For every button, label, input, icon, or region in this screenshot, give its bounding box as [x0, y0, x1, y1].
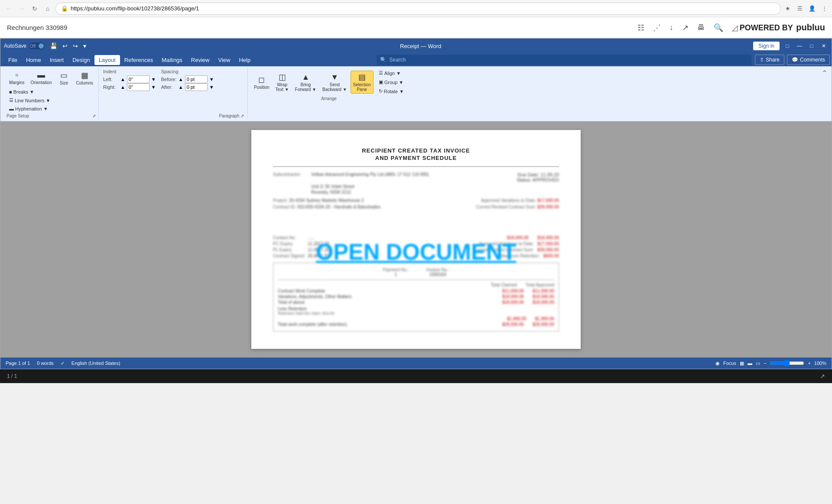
word-menubar: File Home Insert Design Layout Reference… — [2, 53, 373, 66]
restore-icon[interactable]: □ — [783, 42, 792, 50]
menu-view[interactable]: View — [214, 55, 234, 65]
word-page: RECIPIENT CREATED TAX INVOICE AND PAYMEN… — [251, 130, 581, 349]
paragraph-expand[interactable]: ⇗ — [240, 114, 244, 118]
zoom-slider[interactable] — [770, 360, 804, 367]
menu-mailings[interactable]: Mailings — [157, 55, 187, 65]
orientation-icon: ▬ — [37, 71, 45, 80]
search-icon: 🔍 — [380, 57, 387, 63]
proofing-icon[interactable]: ✓ — [61, 361, 65, 366]
publuu-brand: POWERED BY publuu — [740, 23, 825, 33]
word-count: 0 words — [37, 361, 54, 366]
zoom-level[interactable]: 100% — [814, 361, 826, 366]
fullscreen-icon[interactable]: ◿ — [730, 21, 740, 34]
invoice-subtitle: AND PAYMENT SCHEDULE — [273, 155, 559, 161]
indent-right-row: Right: ▲ ▼ — [103, 83, 156, 91]
redo-icon[interactable]: ↪ — [71, 42, 80, 50]
maximize-icon[interactable]: □ — [807, 42, 816, 50]
search-bar[interactable]: 🔍 Search — [377, 55, 751, 65]
margins-icon: ▫ — [16, 71, 18, 80]
bring-forward-icon: ▲ — [302, 73, 309, 82]
expand-icon[interactable]: ↗ — [820, 373, 825, 380]
sign-in-button[interactable]: Sign in — [753, 42, 780, 50]
page-setup-expand[interactable]: ⇗ — [92, 114, 96, 118]
autosave-toggle[interactable]: Off — [29, 42, 45, 49]
reload-button[interactable]: ↻ — [29, 3, 40, 14]
menu-references[interactable]: References — [120, 55, 157, 65]
export-icon[interactable]: ↗ — [680, 21, 690, 34]
selection-pane-button[interactable]: ▤ Selection Pane — [351, 71, 374, 94]
zoom-in-icon[interactable]: + — [808, 361, 810, 366]
comments-button[interactable]: 💬 Comments — [787, 55, 830, 65]
settings-icon[interactable]: ⋮ — [820, 4, 829, 13]
zoom-icon[interactable]: 🔍 — [712, 21, 725, 34]
browser-chrome: ← → ↻ ⌂ 🔒 https://publuu.com/flip-book/1… — [0, 0, 832, 17]
group-button[interactable]: ▣ Group ▼ — [376, 78, 406, 86]
save-icon[interactable]: 💾 — [48, 42, 59, 50]
read-mode-icon[interactable]: ▦ — [740, 361, 744, 366]
word-ribbon: ▫ Margins ▬ Orientation ▭ Size ▦ Columns — [0, 66, 832, 121]
back-button[interactable]: ← — [3, 3, 14, 14]
send-backward-icon: ▼ — [331, 73, 338, 82]
menu-home[interactable]: Home — [22, 55, 46, 65]
size-button[interactable]: ▭ Size — [55, 69, 73, 87]
orientation-button[interactable]: ▬ Orientation — [28, 69, 55, 87]
wrap-text-button[interactable]: ◫ Wrap Text ▼ — [273, 71, 292, 94]
hyphenation-button[interactable]: ▬ Hyphenation ▼ — [6, 105, 96, 113]
margins-button[interactable]: ▫ Margins — [6, 69, 27, 87]
autosave-toggle-knob — [39, 43, 44, 49]
bring-forward-button[interactable]: ▲ Bring Forward ▼ — [292, 71, 319, 94]
close-icon[interactable]: ✕ — [819, 42, 828, 50]
menu-help[interactable]: Help — [234, 55, 255, 65]
spacing-after-row: After: ▲ ▼ — [161, 83, 214, 91]
print-layout-icon[interactable]: ▬ — [748, 361, 752, 366]
send-backward-button[interactable]: ▼ Send Backward ▼ — [320, 71, 350, 94]
wrap-text-icon: ◫ — [279, 72, 286, 82]
indent-right-input[interactable] — [127, 83, 150, 91]
share-button[interactable]: ⇧ Share — [755, 55, 784, 65]
grid-icon[interactable]: ☷ — [636, 21, 646, 34]
focus-icon[interactable]: ◉ — [715, 361, 720, 366]
line-numbers-button[interactable]: ☰ Line Numbers ▼ — [6, 96, 96, 104]
spacing-after-input[interactable] — [185, 83, 208, 91]
menu-insert[interactable]: Insert — [46, 55, 68, 65]
account-icon[interactable]: 👤 — [808, 4, 816, 13]
indent-left-input[interactable] — [127, 75, 150, 83]
breaks-button[interactable]: ■ Breaks ▼ — [6, 88, 96, 96]
align-button[interactable]: ☰ Align ▼ — [376, 69, 406, 77]
menu-review[interactable]: Review — [187, 55, 214, 65]
language[interactable]: English (United States) — [72, 361, 120, 366]
doc-title: Receipt — Word — [88, 43, 753, 49]
rotate-button[interactable]: ↻ Rotate ▼ — [376, 87, 406, 95]
menu-design[interactable]: Design — [68, 55, 94, 65]
position-button[interactable]: ◻ Position — [251, 73, 272, 91]
web-layout-icon[interactable]: ▭ — [756, 361, 760, 366]
word-titlebar: AutoSave Off 💾 ↩ ↪ ▾ Receipt — Word Sign… — [0, 39, 832, 53]
extensions-icon[interactable]: ☰ — [796, 4, 804, 13]
minimize-icon[interactable]: — — [795, 42, 804, 50]
align-icon: ☰ — [379, 70, 383, 76]
bookmark-icon[interactable]: ★ — [783, 4, 792, 13]
focus-label[interactable]: Focus — [723, 361, 736, 366]
spacing-before-input[interactable] — [185, 75, 208, 83]
group-icon: ▣ — [379, 79, 383, 85]
url-text: https://publuu.com/flip-book/102738/2865… — [71, 5, 775, 12]
menu-layout[interactable]: Layout — [94, 55, 120, 65]
zoom-out-icon[interactable]: − — [764, 361, 766, 366]
download-icon[interactable]: ↓ — [668, 21, 675, 34]
home-button[interactable]: ⌂ — [42, 3, 53, 14]
address-bar[interactable]: 🔒 https://publuu.com/flip-book/102738/28… — [55, 3, 781, 15]
collapse-ribbon-button[interactable]: ⌃ — [822, 69, 827, 77]
print-icon[interactable]: 🖶 — [696, 21, 707, 34]
menu-file[interactable]: File — [4, 55, 22, 65]
open-document-overlay[interactable]: OPEN DOCUMENT — [316, 239, 516, 265]
forward-button[interactable]: → — [16, 3, 27, 14]
titlebar-actions: Sign in □ — □ ✕ — [753, 42, 828, 50]
indent-section: Indent Left: ▲ ▼ Right: ▲ ▼ — [103, 69, 156, 91]
columns-button[interactable]: ▦ Columns — [74, 69, 96, 87]
undo-icon[interactable]: ↩ — [61, 42, 69, 50]
spacing-before-row: Before: ▲ ▼ — [161, 75, 214, 83]
customize-icon[interactable]: ▾ — [81, 42, 88, 50]
share-icon[interactable]: ⋰ — [651, 21, 663, 34]
autosave-area: AutoSave Off — [4, 42, 45, 49]
invoice-title: RECIPIENT CREATED TAX INVOICE — [273, 147, 559, 154]
